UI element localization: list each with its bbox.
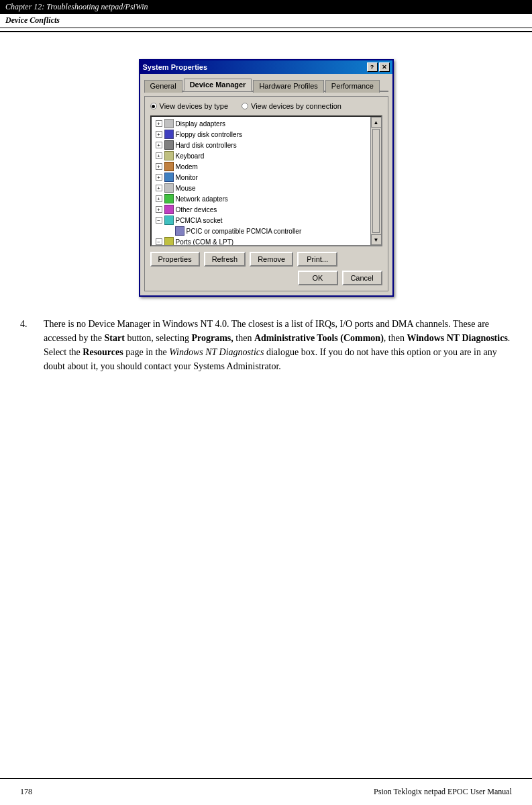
expand-mouse[interactable]: + bbox=[156, 185, 162, 191]
step-text-diagnostics-italic: Windows NT Diagnostics bbox=[169, 347, 264, 357]
ok-button[interactable]: OK bbox=[298, 271, 338, 285]
radio-by-type-label: View devices by type bbox=[160, 102, 229, 110]
pcmcia-icon bbox=[164, 216, 174, 225]
list-item[interactable]: − PCMCIA socket bbox=[153, 215, 380, 226]
titlebar-buttons: ? ✕ bbox=[367, 62, 390, 72]
refresh-button[interactable]: Refresh bbox=[204, 252, 246, 267]
radio-by-connection-label: View devices by connection bbox=[251, 102, 341, 110]
list-item[interactable]: PCIC or compatible PCMCIA controller bbox=[153, 226, 380, 236]
radio-by-type[interactable]: View devices by type bbox=[150, 102, 229, 110]
print-button[interactable]: Print... bbox=[297, 252, 337, 267]
page-header: Chapter 12: Troubleshooting netpad/PsiWi… bbox=[0, 0, 532, 32]
step-content: 4. There is no Device Manager in Windows… bbox=[20, 317, 512, 373]
device-label-ports: Ports (COM & LPT) bbox=[176, 238, 234, 246]
cancel-button[interactable]: Cancel bbox=[342, 271, 382, 285]
main-content: System Properties ? ✕ General Device Man… bbox=[0, 32, 532, 393]
expand-hdd[interactable]: + bbox=[156, 142, 162, 148]
chapter-label: Chapter 12: Troubleshooting netpad/PsiWi… bbox=[0, 0, 532, 14]
display-icon bbox=[164, 119, 174, 128]
device-label-hdd: Hard disk controllers bbox=[176, 142, 237, 149]
expand-keyboard[interactable]: + bbox=[156, 152, 162, 159]
step-text-programs-bold: Programs, bbox=[191, 333, 233, 343]
properties-button[interactable]: Properties bbox=[150, 252, 200, 267]
tab-content-device-manager: View devices by type View devices by con… bbox=[144, 96, 388, 291]
device-label-other: Other devices bbox=[176, 206, 217, 214]
pcic-icon bbox=[175, 226, 184, 236]
radio-by-connection[interactable]: View devices by connection bbox=[242, 102, 341, 110]
list-item[interactable]: + Modem bbox=[153, 161, 380, 172]
help-button[interactable]: ? bbox=[367, 62, 378, 72]
expand-display[interactable]: + bbox=[156, 120, 162, 127]
device-label-pcmcia: PCMCIA socket bbox=[176, 217, 223, 224]
close-button[interactable]: ✕ bbox=[379, 62, 390, 72]
remove-button[interactable]: Remove bbox=[250, 252, 293, 267]
device-label-display: Display adapters bbox=[176, 120, 225, 128]
tab-performance[interactable]: Performance bbox=[325, 80, 380, 93]
device-label-mouse: Mouse bbox=[176, 185, 196, 192]
scroll-thumb[interactable] bbox=[372, 129, 380, 233]
keyboard-icon bbox=[164, 151, 174, 160]
expand-ports[interactable]: − bbox=[156, 238, 162, 245]
list-item[interactable]: + Hard disk controllers bbox=[153, 140, 380, 150]
list-item[interactable]: + Keyboard bbox=[153, 150, 380, 161]
radio-by-connection-indicator bbox=[242, 103, 248, 109]
dialog-body: General Device Manager Hardware Profiles… bbox=[140, 74, 392, 295]
list-item[interactable]: + Display adapters bbox=[153, 118, 380, 129]
step-number: 4. bbox=[20, 317, 34, 373]
step-text-start-bold: Start bbox=[105, 333, 125, 343]
device-listbox[interactable]: + Display adapters + Floppy disk control… bbox=[150, 115, 382, 246]
device-label-keyboard: Keyboard bbox=[176, 152, 205, 160]
page-footer: 178 Psion Teklogix netpad EPOC User Manu… bbox=[0, 778, 532, 805]
tab-device-manager[interactable]: Device Manager bbox=[184, 79, 252, 91]
step-4: 4. There is no Device Manager in Windows… bbox=[20, 317, 512, 373]
list-item[interactable]: + Mouse bbox=[153, 183, 380, 193]
expand-monitor[interactable]: + bbox=[156, 174, 162, 181]
device-label-monitor: Monitor bbox=[176, 174, 198, 181]
ports-icon bbox=[164, 237, 174, 245]
tab-general[interactable]: General bbox=[144, 80, 182, 93]
device-label-network: Network adapters bbox=[176, 195, 228, 203]
expand-pcmcia[interactable]: − bbox=[156, 217, 162, 224]
list-item[interactable]: + Other devices bbox=[153, 204, 380, 215]
expand-network[interactable]: + bbox=[156, 195, 162, 202]
scroll-up-arrow[interactable]: ▲ bbox=[371, 117, 382, 128]
step-text-middle3: , then bbox=[384, 333, 407, 343]
monitor-icon bbox=[164, 173, 174, 182]
mouse-icon bbox=[164, 183, 174, 193]
action-buttons: Properties Refresh Remove Print... bbox=[150, 252, 382, 267]
dialog-titlebar: System Properties ? ✕ bbox=[140, 60, 392, 74]
device-list-inner: + Display adapters + Floppy disk control… bbox=[152, 117, 381, 245]
expand-modem[interactable]: + bbox=[156, 163, 162, 170]
view-options: View devices by type View devices by con… bbox=[150, 102, 382, 110]
expand-other[interactable]: + bbox=[156, 206, 162, 213]
dialog-tabs: General Device Manager Hardware Profiles… bbox=[144, 78, 388, 92]
step-text: There is no Device Manager in Windows NT… bbox=[44, 317, 512, 373]
footer-text: Psion Teklogix netpad EPOC User Manual bbox=[374, 787, 512, 797]
other-icon bbox=[164, 205, 174, 214]
modem-icon bbox=[164, 162, 174, 171]
step-text-admin-bold: Administrative Tools (Common) bbox=[254, 333, 384, 343]
floppy-icon bbox=[164, 130, 174, 139]
device-label-pcic: PCIC or compatible PCMCIA controller bbox=[187, 228, 302, 235]
list-item[interactable]: − Ports (COM & LPT) bbox=[153, 236, 380, 245]
list-item[interactable]: + Network adapters bbox=[153, 193, 380, 204]
step-text-middle1: button, selecting bbox=[125, 333, 192, 343]
list-item[interactable]: + Floppy disk controllers bbox=[153, 129, 380, 140]
expand-floppy[interactable]: + bbox=[156, 131, 162, 138]
list-item[interactable]: + Monitor bbox=[153, 172, 380, 183]
step-text-resources-bold: Resources bbox=[83, 347, 123, 357]
system-properties-dialog[interactable]: System Properties ? ✕ General Device Man… bbox=[139, 59, 394, 297]
device-label-floppy: Floppy disk controllers bbox=[176, 131, 242, 138]
listbox-scrollbar[interactable]: ▲ ▼ bbox=[370, 117, 381, 245]
device-label-modem: Modem bbox=[176, 163, 198, 171]
dialog-wrapper: System Properties ? ✕ General Device Man… bbox=[20, 59, 512, 297]
step-text-middle2: then bbox=[233, 333, 254, 343]
dialog-title: System Properties bbox=[143, 63, 208, 71]
scroll-down-arrow[interactable]: ▼ bbox=[371, 234, 382, 245]
network-icon bbox=[164, 194, 174, 203]
radio-by-type-indicator bbox=[150, 103, 157, 109]
tab-hardware-profiles[interactable]: Hardware Profiles bbox=[253, 80, 323, 93]
step-text-middle5: page in the bbox=[123, 347, 169, 357]
page-number: 178 bbox=[20, 787, 32, 797]
hdd-icon bbox=[164, 140, 174, 150]
